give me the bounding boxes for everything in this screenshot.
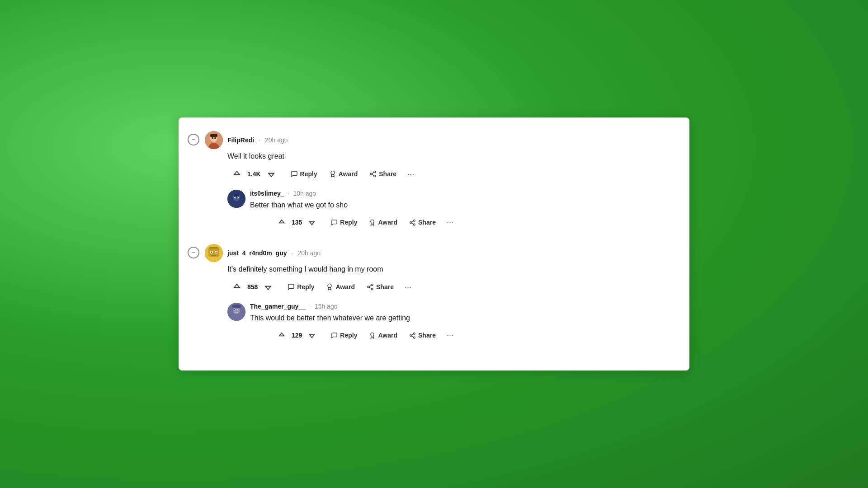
action-row-1: 1.4K Reply <box>225 165 676 183</box>
downvote-icon-r1 <box>308 219 316 226</box>
svg-line-23 <box>411 223 413 224</box>
upvote-icon-r2 <box>278 332 285 339</box>
avatar-filipredi <box>205 131 223 149</box>
more-dots-icon-2: ··· <box>405 282 411 292</box>
award-button-1[interactable]: Award <box>325 168 363 180</box>
timestamp-r1: 10h ago <box>293 190 316 197</box>
reply-content-1-1: its0slimey_ · 10h ago Better than what w… <box>250 190 676 230</box>
share-icon-r1 <box>409 219 416 226</box>
comment-header-2: just_4_r4nd0m_guy · 20h ago <box>205 244 676 262</box>
award-icon-r2 <box>369 332 376 339</box>
share-button-1[interactable]: Share <box>365 168 401 180</box>
reply-icon-2 <box>288 283 295 291</box>
share-button-2[interactable]: Share <box>362 281 398 293</box>
minus-icon-2: − <box>191 249 195 257</box>
svg-point-17 <box>235 197 236 198</box>
collapse-button-2[interactable]: − <box>188 247 199 258</box>
vote-count-1: 1.4K <box>247 170 261 178</box>
award-button-2[interactable]: Award <box>321 281 359 293</box>
downvote-icon-r2 <box>308 332 316 339</box>
avatar-just4random <box>205 244 223 262</box>
downvote-button-1[interactable] <box>263 168 280 180</box>
more-button-1[interactable]: ··· <box>404 167 418 181</box>
reply-button-r1[interactable]: Reply <box>326 216 362 228</box>
svg-rect-32 <box>211 255 217 256</box>
svg-point-49 <box>410 334 412 336</box>
upvote-button-1[interactable] <box>228 168 245 180</box>
svg-line-10 <box>372 174 374 176</box>
svg-line-52 <box>411 334 413 335</box>
separator-dot-1: · <box>259 136 260 144</box>
reply-block-2-1: The_gamer_guy__ · 15h ago This would be … <box>227 303 676 343</box>
downvote-button-2[interactable] <box>259 281 277 293</box>
username-just4random[interactable]: just_4_r4nd0m_guy <box>227 249 287 257</box>
downvote-button-r2[interactable] <box>304 329 320 341</box>
share-button-r2[interactable]: Share <box>405 329 440 341</box>
svg-point-30 <box>211 252 212 253</box>
action-row-2: 858 Reply <box>225 278 676 296</box>
svg-point-20 <box>413 220 415 221</box>
svg-point-43 <box>234 309 235 310</box>
svg-line-37 <box>369 287 372 289</box>
upvote-button-r1[interactable] <box>274 216 290 228</box>
svg-line-51 <box>411 336 413 337</box>
vote-section-r1: 135 <box>270 214 324 230</box>
more-button-r2[interactable]: ··· <box>443 328 457 343</box>
comment-card: − <box>179 117 689 371</box>
downvote-button-r1[interactable] <box>304 216 320 228</box>
svg-line-24 <box>411 221 413 222</box>
more-button-2[interactable]: ··· <box>401 280 415 294</box>
upvote-button-r2[interactable] <box>274 329 290 341</box>
username-filipredi[interactable]: FilipRedi <box>227 136 254 144</box>
reply-button-1[interactable]: Reply <box>286 168 322 180</box>
comment-text-2: It's definitely something I would hang i… <box>227 264 676 275</box>
upvote-button-2[interactable] <box>228 281 245 293</box>
avatar-gamer-guy <box>227 303 245 321</box>
username-gamer-guy[interactable]: The_gamer_guy__ <box>250 303 306 310</box>
reply-header-2-1: The_gamer_guy__ · 15h ago <box>250 303 676 310</box>
svg-line-11 <box>372 172 374 174</box>
share-icon-2 <box>367 283 374 291</box>
avatar-its0slimey <box>227 190 245 208</box>
share-icon-1 <box>369 170 377 178</box>
vote-section-1: 1.4K <box>225 165 283 183</box>
svg-line-38 <box>369 285 372 286</box>
reply-button-r2[interactable]: Reply <box>326 329 362 341</box>
more-button-r1[interactable]: ··· <box>443 216 457 230</box>
collapse-button-1[interactable]: − <box>188 134 199 145</box>
svg-rect-46 <box>232 305 241 308</box>
svg-point-4 <box>212 137 213 139</box>
upvote-icon-2 <box>233 283 241 291</box>
reply-text-2-1: This would be better then whatever we ar… <box>250 313 676 324</box>
separator-dot-2: · <box>292 249 293 257</box>
upvote-icon-1 <box>233 170 241 178</box>
award-button-r1[interactable]: Award <box>364 216 402 228</box>
avatar-icon-its0slimey <box>227 190 245 208</box>
vote-count-r2: 129 <box>292 332 302 339</box>
svg-point-48 <box>413 333 415 334</box>
username-its0slimey[interactable]: its0slimey_ <box>250 190 284 197</box>
svg-point-18 <box>237 197 238 198</box>
comment-text-1: Well it looks great <box>227 151 676 162</box>
award-icon-1 <box>329 170 336 178</box>
reply-text-1-1: Better than what we got fo sho <box>250 200 676 211</box>
svg-point-6 <box>331 171 335 174</box>
vote-count-r1: 135 <box>292 219 302 226</box>
svg-rect-27 <box>209 247 218 249</box>
svg-point-33 <box>328 284 331 287</box>
svg-point-35 <box>368 286 369 288</box>
share-button-r1[interactable]: Share <box>405 216 440 228</box>
more-dots-icon-r2: ··· <box>447 331 453 340</box>
avatar-icon-filipredi <box>205 131 223 149</box>
more-dots-icon-1: ··· <box>407 169 414 179</box>
svg-point-50 <box>413 337 415 338</box>
minus-icon: − <box>191 136 195 144</box>
reply-button-2[interactable]: Reply <box>283 281 319 293</box>
svg-point-9 <box>374 175 376 177</box>
reply-content-2-1: The_gamer_guy__ · 15h ago This would be … <box>250 303 676 343</box>
reply-icon-r2 <box>331 332 338 339</box>
comment-header-1: FilipRedi · 20h ago <box>205 131 676 149</box>
award-button-r2[interactable]: Award <box>364 329 402 341</box>
award-icon-2 <box>326 283 333 291</box>
comment-block-2: − <box>188 244 676 343</box>
